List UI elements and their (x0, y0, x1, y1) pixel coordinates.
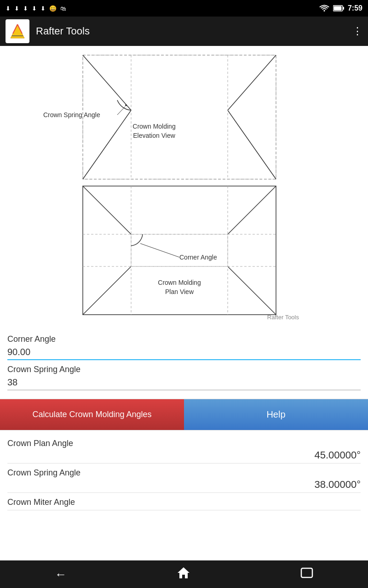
watermark-text: Rafter Tools (267, 314, 299, 321)
corner-angle-label: Corner Angle (7, 334, 361, 344)
form-area: Corner Angle Crown Spring Angle (0, 326, 368, 395)
svg-rect-2 (343, 7, 344, 10)
bottom-nav: ← (0, 560, 368, 588)
download-icon-5: ⬇ (40, 5, 46, 12)
notification-icons: ⬇ ⬇ ⬇ ⬇ ⬇ 😀 🛍 (6, 5, 66, 12)
corner-angle-input-wrapper (7, 345, 361, 360)
overflow-menu-icon[interactable]: ⋮ (352, 25, 362, 37)
calculate-button[interactable]: Calculate Crown Molding Angles (0, 399, 184, 430)
svg-rect-3 (334, 6, 341, 11)
diagram-area: Crown Spring Angle Crown Molding Elevati… (0, 46, 368, 326)
app-bar: Rafter Tools ⋮ (0, 17, 368, 46)
crown-spring-angle-result-label: Crown Spring Angle (7, 468, 361, 478)
plan-view-label: Crown Molding (158, 279, 201, 286)
svg-rect-30 (301, 568, 312, 577)
svg-point-0 (323, 10, 325, 11)
crown-spring-angle-input-wrapper (7, 375, 361, 390)
plan-view-label2: Plan View (165, 288, 194, 295)
svg-point-16 (125, 104, 127, 106)
result-row-crown-miter-angle: Crown Miter Angle (7, 493, 361, 510)
elevation-view-label2: Elevation View (133, 132, 175, 139)
crown-plan-angle-value: 45.00000° (7, 449, 361, 461)
home-button[interactable] (167, 563, 200, 586)
system-icons: 7:59 (319, 4, 362, 12)
crown-miter-angle-label: Crown Miter Angle (7, 498, 361, 507)
app-title: Rafter Tools (36, 25, 352, 37)
download-icon-1: ⬇ (6, 5, 11, 12)
bag-icon: 🛍 (60, 5, 66, 12)
svg-marker-29 (178, 567, 190, 578)
battery-icon (333, 5, 344, 11)
results-area: Crown Plan Angle 45.00000° Crown Spring … (0, 430, 368, 514)
crown-spring-angle-input[interactable] (7, 375, 145, 390)
time-display: 7:59 (348, 4, 362, 12)
download-icon-3: ⬇ (23, 5, 28, 12)
help-button[interactable]: Help (184, 399, 368, 430)
download-icon-4: ⬇ (32, 5, 37, 12)
status-bar: ⬇ ⬇ ⬇ ⬇ ⬇ 😀 🛍 7:59 (0, 0, 368, 17)
result-row-crown-plan-angle: Crown Plan Angle 45.00000° (7, 434, 361, 464)
result-row-crown-spring-angle: Crown Spring Angle 38.00000° (7, 464, 361, 493)
corner-angle-diagram-label: Corner Angle (179, 254, 217, 261)
action-buttons-row: Calculate Crown Molding Angles Help (0, 399, 368, 430)
app-logo (6, 19, 29, 43)
crown-plan-angle-label: Crown Plan Angle (7, 439, 361, 448)
svg-rect-8 (83, 55, 276, 179)
crown-spring-angle-label: Crown Spring Angle (7, 365, 361, 374)
crown-spring-angle-diagram-label: Crown Spring Angle (43, 111, 100, 119)
svg-rect-18 (83, 186, 276, 315)
main-content: Crown Spring Angle Crown Molding Elevati… (0, 46, 368, 560)
elevation-view-label: Crown Molding (132, 123, 175, 130)
recents-button[interactable] (291, 564, 322, 585)
crown-spring-angle-result-value: 38.00000° (7, 479, 361, 491)
download-icon-2: ⬇ (14, 5, 19, 12)
back-button[interactable]: ← (46, 564, 76, 585)
crown-molding-diagram: Crown Spring Angle Crown Molding Elevati… (37, 51, 331, 322)
corner-angle-input[interactable] (7, 345, 145, 359)
emoji-icon: 😀 (49, 5, 57, 12)
wifi-icon (319, 5, 329, 12)
